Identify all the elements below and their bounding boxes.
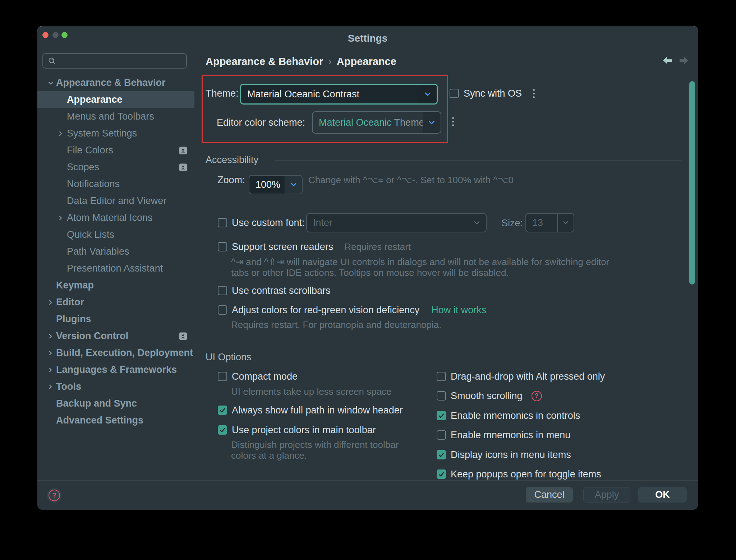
- sidebar-item-data-editor-viewer[interactable]: Data Editor and Viewer: [37, 193, 194, 209]
- contrast-scrollbars-label: Use contrast scrollbars: [232, 285, 331, 296]
- zoom-hint: Change with ^⌥= or ^⌥-. Set to 100% with…: [308, 175, 514, 186]
- screen-readers-hint-line2: tabs or other IDE actions. Tooltips on m…: [231, 267, 509, 278]
- chevron-right-icon[interactable]: [47, 366, 55, 374]
- sidebar-item-notifications[interactable]: Notifications: [37, 176, 194, 193]
- sidebar-item-label: Atom Material Icons: [67, 212, 153, 223]
- sidebar-item-system-settings[interactable]: System Settings: [37, 125, 194, 142]
- sidebar-item-advanced-settings[interactable]: Advanced Settings: [37, 412, 194, 429]
- contrast-scrollbars-checkbox[interactable]: [218, 286, 227, 295]
- screen-readers-label: Support screen readers: [232, 241, 333, 253]
- mnemonics-controls-row: Enable mnemonics in controls: [437, 409, 580, 422]
- red-green-hint: Requires restart. For protanopia and deu…: [231, 319, 441, 330]
- sidebar-item-editor[interactable]: Editor: [37, 294, 194, 311]
- ui-options-section-title: UI Options: [206, 352, 252, 363]
- forward-arrow-icon[interactable]: [679, 56, 689, 66]
- sidebar-item-path-variables[interactable]: Path Variables: [37, 243, 194, 260]
- sync-options-kebab-icon[interactable]: [533, 89, 535, 98]
- sidebar-item-label: File Colors: [67, 145, 113, 156]
- sidebar-item-backup-sync[interactable]: Backup and Sync: [37, 395, 194, 412]
- window-title: Settings: [37, 33, 698, 44]
- vertical-scrollbar[interactable]: [689, 81, 695, 284]
- sidebar-item-label: Scopes: [67, 162, 99, 173]
- sidebar-item-keymap[interactable]: Keymap: [37, 277, 194, 294]
- theme-select[interactable]: Material Oceanic Contrast: [240, 84, 438, 105]
- sidebar-item-scopes[interactable]: Scopes: [37, 159, 194, 176]
- chevron-right-icon[interactable]: [47, 383, 55, 391]
- sidebar-item-menus-toolbars[interactable]: Menus and Toolbars: [37, 108, 194, 125]
- smooth-scrolling-checkbox[interactable]: [437, 391, 446, 401]
- custom-font-placeholder: Inter: [307, 217, 468, 228]
- keep-popups-row: Keep popups open for toggle items: [437, 468, 601, 481]
- back-arrow-icon[interactable]: [662, 56, 672, 66]
- settings-window: Settings Appearance & Behavior Appearanc…: [37, 26, 698, 510]
- theme-label: Theme:: [206, 88, 239, 99]
- drag-drop-alt-checkbox[interactable]: [437, 372, 446, 381]
- sidebar-item-presentation-assistant[interactable]: Presentation Assistant: [37, 260, 194, 277]
- zoom-value: 100%: [249, 179, 285, 190]
- red-green-checkbox[interactable]: [218, 305, 227, 315]
- font-size-value: 13: [526, 217, 557, 228]
- menu-icons-label: Display icons in menu items: [451, 449, 571, 461]
- help-circle-icon[interactable]: ?: [532, 391, 542, 401]
- breadcrumb-separator-icon: ›: [323, 56, 337, 67]
- chevron-right-icon[interactable]: [47, 349, 55, 357]
- sidebar-item-appearance-behavior[interactable]: Appearance & Behavior: [37, 74, 194, 91]
- search-input[interactable]: [42, 53, 187, 69]
- sidebar-item-label: Editor: [56, 297, 84, 308]
- sidebar-item-tools[interactable]: Tools: [37, 378, 194, 395]
- sidebar-item-label: System Settings: [67, 128, 137, 139]
- chevron-down-icon: [423, 112, 441, 133]
- sidebar-item-label: Build, Execution, Deployment: [56, 347, 193, 358]
- font-size-select[interactable]: 13: [525, 213, 574, 232]
- sidebar-item-atom-material-icons[interactable]: Atom Material Icons: [37, 209, 194, 226]
- screen-readers-checkbox[interactable]: [218, 242, 227, 251]
- cancel-button[interactable]: Cancel: [526, 487, 573, 503]
- compact-mode-label: Compact mode: [232, 371, 298, 382]
- sync-with-os-checkbox[interactable]: [450, 89, 459, 98]
- ok-button[interactable]: OK: [638, 487, 687, 503]
- custom-font-label: Use custom font:: [232, 217, 305, 228]
- sidebar-item-languages-frameworks[interactable]: Languages & Frameworks: [37, 361, 194, 378]
- scheme-value-primary: Material Oceanic: [319, 117, 392, 128]
- full-path-checkbox[interactable]: [218, 406, 227, 415]
- zoom-select[interactable]: 100%: [249, 175, 303, 194]
- how-it-works-link[interactable]: How it works: [431, 305, 486, 316]
- mnemonics-menu-checkbox[interactable]: [437, 430, 446, 440]
- red-green-label: Adjust colors for red-green vision defic…: [232, 305, 419, 316]
- scheme-options-kebab-icon[interactable]: [452, 117, 454, 126]
- chevron-down-icon: [558, 214, 574, 232]
- sidebar-item-label: Presentation Assistant: [67, 263, 163, 274]
- editor-color-scheme-select[interactable]: Material Oceanic Theme de: [312, 111, 441, 134]
- keep-popups-checkbox[interactable]: [437, 469, 446, 479]
- apply-button[interactable]: Apply: [583, 487, 630, 503]
- breadcrumb: Appearance & Behavior›Appearance: [206, 56, 396, 68]
- custom-font-select[interactable]: Inter: [306, 213, 487, 232]
- menu-icons-checkbox[interactable]: [437, 450, 446, 459]
- chevron-right-icon[interactable]: [47, 332, 55, 340]
- mnemonics-controls-checkbox[interactable]: [437, 411, 446, 420]
- chevron-right-icon[interactable]: [47, 298, 55, 306]
- mnemonics-controls-label: Enable mnemonics in controls: [451, 410, 580, 421]
- compact-mode-checkbox[interactable]: [218, 372, 227, 381]
- project-colors-label: Use project colors in main toolbar: [232, 425, 376, 436]
- sidebar-item-version-control[interactable]: Version Control: [37, 328, 194, 344]
- chevron-down-icon[interactable]: [47, 79, 55, 87]
- help-button[interactable]: ?: [47, 488, 62, 503]
- chevron-right-icon[interactable]: [57, 130, 65, 138]
- sidebar-item-quick-lists[interactable]: Quick Lists: [37, 226, 194, 243]
- chevron-right-icon[interactable]: [57, 214, 65, 222]
- scheme-value-secondary: Theme de: [392, 117, 423, 128]
- sidebar-item-appearance[interactable]: Appearance: [37, 91, 194, 108]
- settings-tree: Appearance & Behavior Appearance Menus a…: [37, 74, 194, 429]
- help-icon: ?: [49, 490, 60, 501]
- mnemonics-menu-label: Enable mnemonics in menu: [451, 430, 570, 441]
- sidebar-item-build-execution-deployment[interactable]: Build, Execution, Deployment: [37, 344, 194, 361]
- sidebar-item-label: Data Editor and Viewer: [67, 195, 166, 207]
- sidebar-item-plugins[interactable]: Plugins: [37, 311, 194, 328]
- accessibility-section-title: Accessibility: [206, 154, 258, 166]
- sidebar-item-file-colors[interactable]: File Colors: [37, 142, 194, 159]
- smooth-scrolling-row: Smooth scrolling ?: [437, 389, 542, 402]
- custom-font-checkbox[interactable]: [218, 218, 227, 227]
- breadcrumb-parent[interactable]: Appearance & Behavior: [206, 56, 323, 67]
- project-colors-checkbox[interactable]: [218, 425, 227, 435]
